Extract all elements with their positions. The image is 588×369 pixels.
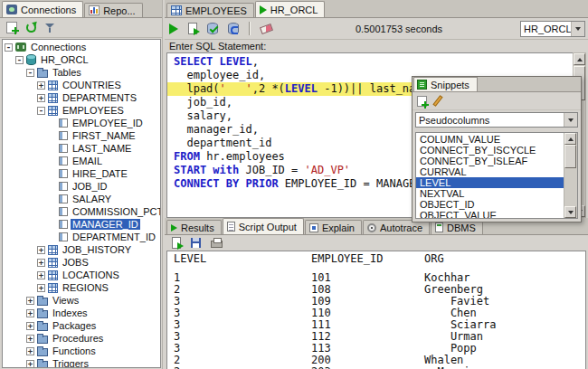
tree-item-indexes[interactable]: +Indexes	[3, 307, 160, 319]
tree-item-connections[interactable]: -Connections	[3, 41, 160, 53]
tree-expander[interactable]: +	[37, 271, 45, 279]
snippet-item-connect-by-isleaf[interactable]: CONNECT_BY_ISLEAF	[416, 156, 564, 166]
scroll-thumb[interactable]	[564, 145, 576, 168]
table-icon	[48, 258, 58, 268]
tree-item-label: SALARY	[71, 194, 113, 204]
tree-expander[interactable]: +	[26, 335, 34, 343]
tab-repo[interactable]: Repo...	[84, 3, 142, 17]
grid-row: 2200Whalen	[174, 355, 585, 366]
print-icon[interactable]	[211, 241, 223, 248]
connection-combo-value: HR_ORCL	[521, 24, 571, 34]
tree-item-jobs[interactable]: +JOBS	[3, 256, 160, 269]
tree-item-procedures[interactable]: +Procedures	[3, 332, 160, 345]
tree-item-label: JOBS	[61, 257, 90, 268]
tree-item-employee-id[interactable]: EMPLOYEE_ID	[3, 117, 160, 129]
tree-expander[interactable]: +	[37, 81, 45, 90]
table-tab-icon	[171, 5, 182, 15]
tree-item-first-name[interactable]: FIRST_NAME	[3, 129, 160, 142]
snippet-item-object-value[interactable]: OBJECT_VALUE	[416, 210, 564, 219]
tab-script-output[interactable]: Script Output	[223, 218, 304, 234]
tree-expander[interactable]: +	[37, 284, 45, 292]
tab-label: Results	[181, 222, 214, 233]
filter-icon[interactable]	[45, 23, 54, 33]
snippet-item-nextval[interactable]: NEXTVAL	[416, 188, 564, 199]
snippet-item-object-id[interactable]: OBJECT_ID	[416, 199, 564, 210]
tree-item-hire-date[interactable]: HIRE_DATE	[3, 167, 160, 180]
connection-combo-arrow[interactable]	[571, 22, 584, 36]
tab-results[interactable]: Results	[166, 220, 222, 234]
tree-expander[interactable]: -	[26, 69, 34, 77]
tree-item-hr-orcl[interactable]: -HR_ORCL	[3, 53, 160, 66]
table-icon	[48, 106, 58, 116]
snippets-category-combo[interactable]: Pseudocolumns	[415, 112, 578, 128]
tree-item-email[interactable]: EMAIL	[3, 155, 160, 167]
tree-item-regions[interactable]: +REGIONS	[3, 281, 160, 294]
scroll-down-button[interactable]	[564, 206, 576, 218]
connections-tab-icon	[6, 5, 17, 14]
tree-expander[interactable]: +	[37, 246, 45, 254]
refresh-icon[interactable]	[26, 23, 36, 33]
results-tab-icon	[171, 224, 177, 232]
tree-expander[interactable]: -	[15, 56, 24, 64]
tree-item-manager-id[interactable]: MANAGER_ID	[3, 218, 160, 231]
run-script-icon[interactable]	[188, 23, 197, 34]
tree-expander[interactable]: +	[26, 347, 34, 355]
tree-item-departments[interactable]: +DEPARTMENTS	[3, 91, 160, 104]
tree-expander[interactable]: +	[26, 309, 34, 317]
tree-item-job-id[interactable]: JOB_ID	[3, 180, 160, 193]
sql-token: CONNECT	[174, 177, 220, 190]
add-connection-icon[interactable]	[6, 22, 17, 33]
tab-hr-orcl[interactable]: HR_ORCL	[255, 1, 326, 17]
snippets-scrollbar[interactable]	[564, 133, 577, 218]
table-icon	[48, 80, 58, 90]
snippets-tab[interactable]: Snippets	[413, 77, 478, 91]
clear-icon[interactable]	[260, 24, 273, 34]
snippets-list-items: COLUMN_VALUECONNECT_BY_ISCYCLECONNECT_BY…	[416, 134, 564, 219]
tree-item-packages[interactable]: +Packages	[3, 319, 160, 332]
tree-expander[interactable]: +	[26, 360, 34, 368]
connection-combo[interactable]: HR_ORCL	[520, 21, 585, 37]
tree-item-commission-pct[interactable]: COMMISSION_PCT	[3, 205, 160, 218]
tree-expander[interactable]: +	[26, 297, 34, 305]
tree-item-functions[interactable]: +Functions	[3, 345, 160, 357]
tree-expander[interactable]: +	[26, 322, 34, 330]
add-snippet-icon[interactable]	[417, 96, 427, 107]
tab-explain[interactable]: Explain	[305, 220, 362, 234]
snippets-list: COLUMN_VALUECONNECT_BY_ISCYCLECONNECT_BY…	[415, 132, 578, 219]
folder-icon	[37, 298, 48, 306]
tree-item-last-name[interactable]: LAST_NAME	[3, 142, 160, 155]
tree-item-department-id[interactable]: DEPARTMENT_ID	[3, 231, 160, 243]
scroll-up-button[interactable]	[574, 53, 585, 65]
tab-employees[interactable]: EMPLOYEES	[166, 3, 254, 17]
snippet-item-column-value[interactable]: COLUMN_VALUE	[416, 134, 564, 145]
tree-item-label: Triggers	[51, 358, 90, 368]
snippets-category-arrow[interactable]	[564, 113, 577, 127]
tree-item-job-history[interactable]: +JOB_HISTORY	[3, 243, 160, 256]
tree-item-triggers[interactable]: +Triggers	[3, 357, 160, 368]
table-icon	[48, 270, 58, 280]
save-icon[interactable]	[191, 238, 201, 248]
tree-item-employees[interactable]: -EMPLOYEES	[3, 104, 160, 117]
tab-connections[interactable]: Connections	[2, 1, 83, 17]
sql-token: department_id	[174, 137, 271, 149]
tree-item-tables[interactable]: -Tables	[3, 66, 160, 79]
run-script-icon[interactable]	[172, 237, 181, 249]
rollback-icon[interactable]	[228, 23, 239, 34]
tree-item-views[interactable]: +Views	[3, 294, 160, 307]
level-cell: 3	[174, 331, 311, 343]
snippet-item-connect-by-iscycle[interactable]: CONNECT_BY_ISCYCLE	[416, 145, 564, 156]
snippet-item-currval[interactable]: CURRVAL	[416, 166, 564, 177]
tree-expander[interactable]: +	[37, 259, 45, 267]
run-icon[interactable]	[169, 24, 178, 34]
tree-item-label: Views	[51, 295, 81, 306]
scroll-up-button[interactable]	[564, 133, 576, 145]
commit-icon[interactable]	[207, 23, 218, 34]
tree-item-salary[interactable]: SALARY	[3, 193, 160, 205]
tree-expander[interactable]: -	[37, 107, 45, 115]
tree-expander[interactable]: -	[5, 43, 13, 52]
tree-item-locations[interactable]: +LOCATIONS	[3, 269, 160, 281]
tree-expander[interactable]: +	[37, 94, 45, 102]
snippet-item-level[interactable]: LEVEL	[416, 177, 564, 188]
tree-item-countries[interactable]: +COUNTRIES	[3, 79, 160, 91]
edit-snippet-icon[interactable]	[432, 95, 442, 107]
